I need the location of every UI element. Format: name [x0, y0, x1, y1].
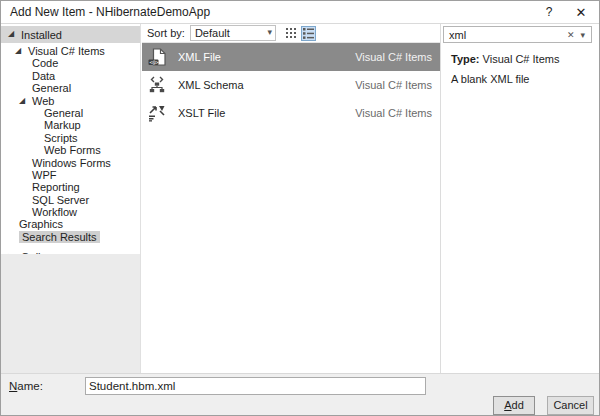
sort-toolbar: Sort by: Default ▾ — [142, 24, 440, 43]
sidebar-item-windows-forms[interactable]: Windows Forms — [1, 157, 140, 169]
sidebar-item-general[interactable]: General — [1, 107, 140, 119]
chevron-expanded-icon: ◢ — [8, 30, 14, 38]
sidebar-item-web-forms[interactable]: Web Forms — [1, 144, 140, 156]
template-name: XML Schema — [178, 79, 355, 91]
add-button[interactable]: Add — [493, 396, 535, 415]
sidebar-item-installed[interactable]: ◢ Installed — [1, 26, 140, 43]
chevron-expanded-icon[interactable]: ◢ — [15, 47, 21, 55]
template-category: Visual C# Items — [355, 79, 432, 91]
name-label: Name: — [9, 380, 43, 392]
sidebar-item-markup[interactable]: Markup — [1, 119, 140, 131]
installed-label: Installed — [21, 29, 62, 41]
cancel-button[interactable]: Cancel — [547, 396, 594, 415]
name-input[interactable] — [85, 377, 426, 395]
sidebar-item-code[interactable]: Code — [1, 57, 140, 69]
category-tree-surface: ◢ Installed ◢Visual C# ItemsCodeDataGene… — [1, 24, 140, 254]
sidebar-item-label: General — [44, 107, 83, 119]
sidebar-item-reporting[interactable]: Reporting — [1, 181, 140, 193]
sidebar-item-data[interactable]: Data — [1, 70, 140, 82]
details-panel: xml ✕ ▾ Type: Visual C# Items A blank XM… — [442, 24, 599, 373]
xml-schema-icon — [148, 76, 168, 94]
sidebar-item-label: Code — [32, 57, 58, 69]
template-list: <@>XML FileVisual C# ItemsXML SchemaVisu… — [142, 43, 440, 127]
sidebar-item-web[interactable]: ◢Web — [1, 95, 140, 107]
sidebar-item-label: WPF — [32, 169, 56, 181]
sidebar-item-sql-server[interactable]: SQL Server — [1, 194, 140, 206]
template-name: XSLT File — [178, 107, 355, 119]
search-dropdown-icon[interactable]: ▾ — [577, 30, 588, 40]
sidebar-item-online[interactable]: ▷ Online — [1, 249, 140, 254]
sidebar-item-wpf[interactable]: WPF — [1, 169, 140, 181]
sidebar-item-label: Windows Forms — [32, 157, 111, 169]
chevron-collapsed-icon: ▷ — [8, 253, 14, 254]
sidebar-item-graphics[interactable]: Graphics — [1, 218, 140, 230]
sort-by-value: Default — [195, 27, 230, 39]
sidebar-item-label: Scripts — [44, 132, 78, 144]
sidebar-item-label: Search Results — [19, 231, 100, 243]
list-view-icon — [303, 28, 314, 39]
svg-text:<@>: <@> — [150, 59, 159, 65]
footer-bar: Name: Add Cancel — [1, 373, 599, 415]
online-label: Online — [21, 251, 53, 254]
type-line: Type: Visual C# Items — [451, 53, 595, 65]
sidebar-item-label: Graphics — [19, 218, 63, 230]
template-name: XML File — [178, 51, 355, 63]
template-category: Visual C# Items — [355, 51, 432, 63]
medium-icons-view-button[interactable] — [284, 26, 299, 41]
title-bar: Add New Item - NHibernateDemoApp ? ✕ — [1, 1, 599, 24]
template-details: Type: Visual C# Items A blank XML file — [442, 43, 599, 85]
xml-file-icon: <@> — [148, 48, 168, 66]
type-label: Type: — [451, 53, 480, 65]
help-icon[interactable]: ? — [533, 1, 565, 23]
medium-icons-view-icon — [286, 28, 297, 39]
sidebar-item-label: Data — [32, 70, 55, 82]
sidebar-item-search-results[interactable]: Search Results — [1, 231, 140, 243]
sidebar-item-label: Workflow — [32, 206, 77, 218]
template-description: A blank XML file — [451, 73, 595, 85]
template-category: Visual C# Items — [355, 107, 432, 119]
chevron-expanded-icon[interactable]: ◢ — [19, 97, 25, 105]
category-sidebar: ◢ Installed ◢Visual C# ItemsCodeDataGene… — [1, 24, 141, 373]
sort-by-dropdown[interactable]: Default ▾ — [190, 25, 276, 41]
sort-by-label: Sort by: — [147, 27, 185, 39]
sidebar-item-workflow[interactable]: Workflow — [1, 206, 140, 218]
sidebar-item-label: Web Forms — [44, 144, 101, 156]
search-input[interactable]: xml ✕ ▾ — [443, 26, 592, 43]
chevron-down-icon: ▾ — [267, 27, 272, 37]
sidebar-item-label: Markup — [44, 119, 81, 131]
type-value: Visual C# Items — [483, 53, 560, 65]
sidebar-item-scripts[interactable]: Scripts — [1, 132, 140, 144]
category-tree: ◢Visual C# ItemsCodeDataGeneral◢WebGener… — [1, 45, 140, 243]
xslt-file-icon — [148, 104, 168, 122]
list-view-button[interactable] — [301, 26, 316, 41]
template-item-xml-file[interactable]: <@>XML FileVisual C# Items — [142, 43, 440, 71]
search-value: xml — [449, 29, 564, 41]
sidebar-item-label: Web — [32, 95, 54, 107]
template-item-xml-schema[interactable]: XML SchemaVisual C# Items — [142, 71, 440, 99]
clear-search-icon[interactable]: ✕ — [564, 30, 578, 40]
add-new-item-dialog: Add New Item - NHibernateDemoApp ? ✕ ◢ I… — [0, 0, 600, 416]
sidebar-item-label: SQL Server — [32, 194, 89, 206]
template-item-xslt-file[interactable]: XSLT FileVisual C# Items — [142, 99, 440, 127]
sidebar-item-label: Reporting — [32, 181, 80, 193]
sidebar-item-general[interactable]: General — [1, 82, 140, 94]
template-list-panel: Sort by: Default ▾ — [142, 24, 441, 373]
close-icon[interactable]: ✕ — [565, 1, 597, 23]
sidebar-item-visual-c-items[interactable]: ◢Visual C# Items — [1, 45, 140, 57]
dialog-title: Add New Item - NHibernateDemoApp — [1, 5, 533, 19]
sidebar-item-label: General — [32, 82, 71, 94]
sidebar-item-label: Visual C# Items — [28, 45, 105, 57]
